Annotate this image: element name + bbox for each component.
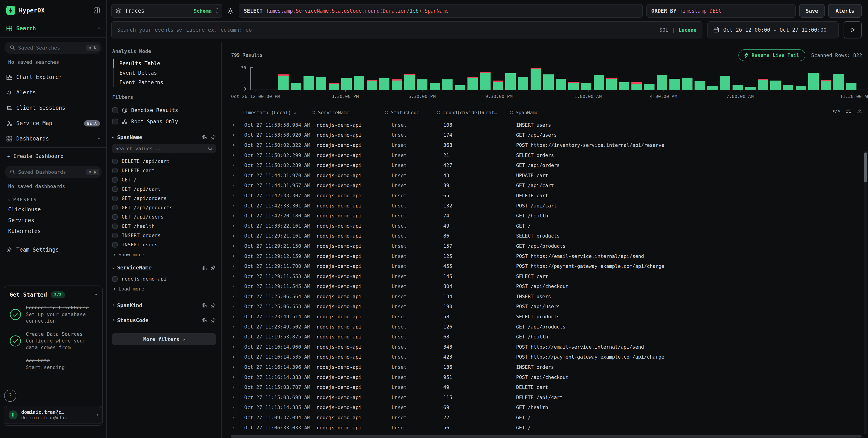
row-expand-chevron[interactable] <box>231 295 240 297</box>
row-expand-chevron[interactable] <box>231 265 240 267</box>
filter-value[interactable]: GET / <box>112 175 216 184</box>
row-expand-chevron[interactable] <box>231 407 240 408</box>
table-row[interactable]: Oct 27 11:42:33.307 AMnodejs-demo-apiUns… <box>231 191 866 201</box>
load-more-link[interactable]: Load more <box>112 284 216 292</box>
table-row[interactable]: Oct 27 11:23:49.502 AMnodejs-demo-apiUns… <box>231 322 866 332</box>
preset-clickhouse[interactable]: ClickHouse <box>0 204 106 215</box>
table-row[interactable]: Oct 27 11:29:21.161 AMnodejs-demo-apiUns… <box>231 231 866 241</box>
histogram-bar[interactable] <box>493 81 503 90</box>
source-settings-button[interactable] <box>226 7 235 14</box>
schema-link[interactable]: Schema <box>194 8 212 14</box>
checkbox[interactable] <box>112 158 118 164</box>
table-row[interactable]: Oct 27 11:06:33.033 AMnodejs-demo-apiUns… <box>231 422 866 433</box>
histogram-bar[interactable] <box>417 80 428 90</box>
table-row[interactable]: Oct 27 11:29:11.553 AMnodejs-demo-apiUns… <box>231 271 866 282</box>
checkbox[interactable] <box>112 233 118 238</box>
sidebar-item-search[interactable]: Search <box>0 21 106 36</box>
help-button[interactable]: ? <box>4 389 16 402</box>
table-row[interactable]: Oct 27 11:44:31.957 AMnodejs-demo-apiUns… <box>231 180 866 191</box>
show-more-link[interactable]: Show more <box>112 249 216 258</box>
table-row[interactable]: Oct 27 11:16:14.960 AMnodejs-demo-apiUns… <box>231 342 866 352</box>
table-row[interactable]: Oct 27 11:13:14.885 AMnodejs-demo-apiUns… <box>231 403 866 413</box>
row-expand-chevron[interactable] <box>231 346 240 348</box>
filter-value[interactable]: INSERT users <box>112 240 216 249</box>
table-row[interactable]: Oct 27 11:42:33.301 AMnodejs-demo-apiUns… <box>231 201 866 211</box>
col-spanname[interactable]: SpanName <box>510 110 866 115</box>
table-row[interactable]: Oct 27 11:29:11.545 AMnodejs-demo-apiUns… <box>231 282 866 292</box>
saved-dashboards-input[interactable]: Saved Dashboards ⌘ K <box>4 166 102 178</box>
histogram-bar[interactable] <box>770 81 781 90</box>
root-spans-toggle[interactable]: Root Spans Only <box>112 116 216 127</box>
checkbox[interactable] <box>112 276 118 282</box>
wrap-text-icon[interactable] <box>846 108 852 114</box>
filter-value[interactable]: GET /api/cart <box>112 184 216 194</box>
filter-value[interactable]: DELETE cart <box>112 166 216 175</box>
histogram-bar[interactable] <box>467 77 478 90</box>
row-expand-chevron[interactable] <box>231 366 240 368</box>
histogram-bar[interactable] <box>619 82 629 90</box>
chart-icon[interactable] <box>202 303 207 308</box>
table-row[interactable]: Oct 27 11:16:14.396 AMnodejs-demo-apiUns… <box>231 362 866 372</box>
sidebar-item-client-sessions[interactable]: Client Sessions <box>0 100 106 116</box>
filter-value[interactable]: GET /api/users <box>112 212 216 222</box>
table-row[interactable]: Oct 27 11:50:02.289 AMnodejs-demo-apiUns… <box>231 160 866 170</box>
histogram-bar[interactable] <box>644 84 654 90</box>
checkbox[interactable] <box>112 214 118 220</box>
mode-event-patterns[interactable]: Event Patterns <box>113 78 216 87</box>
row-expand-chevron[interactable] <box>231 397 240 398</box>
histogram-bar[interactable] <box>594 75 604 90</box>
row-expand-chevron[interactable] <box>231 144 240 146</box>
run-query-button[interactable] <box>844 21 862 38</box>
profile-card[interactable]: D dominic.tran@c… dominic.tran@cli… <box>4 406 103 424</box>
table-row[interactable]: Oct 27 11:16:14.383 AMnodejs-demo-apiUns… <box>231 372 866 382</box>
histogram-bar[interactable] <box>354 76 364 90</box>
download-icon[interactable] <box>857 108 863 114</box>
table-row[interactable]: Oct 27 11:29:11.700 AMnodejs-demo-apiUns… <box>231 261 866 271</box>
histogram-bar[interactable] <box>556 79 566 90</box>
row-expand-chevron[interactable] <box>231 225 240 227</box>
row-expand-chevron[interactable] <box>231 417 240 418</box>
filter-value[interactable]: DELETE /api/cart <box>112 156 216 166</box>
filter-group-spankind[interactable]: SpanKind <box>112 302 216 309</box>
table-row[interactable]: Oct 27 11:29:21.150 AMnodejs-demo-apiUns… <box>231 241 866 251</box>
pin-icon[interactable] <box>211 303 216 308</box>
chart-icon[interactable] <box>202 318 207 323</box>
table-row[interactable]: Oct 27 11:53:58.934 AMnodejs-demo-apiUns… <box>231 120 866 130</box>
row-expand-chevron[interactable] <box>231 245 240 247</box>
pin-icon[interactable] <box>211 135 216 140</box>
histogram-bar[interactable] <box>304 76 314 90</box>
table-row[interactable]: Oct 27 11:44:31.970 AMnodejs-demo-apiUns… <box>231 170 866 180</box>
filter-value[interactable]: nodejs-demo-api <box>112 274 216 284</box>
histogram-bar[interactable] <box>430 83 440 90</box>
denoise-results-toggle[interactable]: Denoise Results <box>112 105 216 116</box>
histogram-bar[interactable] <box>796 86 806 90</box>
chart-icon[interactable] <box>202 265 207 270</box>
filter-value[interactable]: GET /api/orders <box>112 194 216 203</box>
table-row[interactable]: Oct 27 11:15:03.707 AMnodejs-demo-apiUns… <box>231 382 866 392</box>
row-expand-chevron[interactable] <box>231 124 240 126</box>
sidebar-item-alerts[interactable]: Alerts <box>0 85 106 100</box>
get-started-item[interactable]: Add DataStart sending <box>9 357 97 371</box>
chart-icon[interactable] <box>202 135 207 140</box>
filter-group-statuscode[interactable]: StatusCode <box>112 317 216 323</box>
histogram-bar[interactable] <box>531 68 541 90</box>
histogram-bar[interactable] <box>846 83 857 90</box>
preset-kubernetes[interactable]: Kubernetes <box>0 226 106 237</box>
query-language-toggle[interactable]: SQL | Lucene <box>659 27 696 33</box>
histogram-bar[interactable] <box>543 75 554 90</box>
table-row[interactable]: Oct 27 11:09:37.094 AMnodejs-demo-apiUns… <box>231 412 866 422</box>
histogram-bar[interactable] <box>278 75 288 90</box>
row-expand-chevron[interactable] <box>231 235 240 237</box>
filter-group-spanname[interactable]: SpanName <box>112 135 216 140</box>
table-row[interactable]: Oct 27 11:16:14.535 AMnodejs-demo-apiUns… <box>231 352 866 362</box>
col-servicename[interactable]: ServiceName <box>312 110 385 115</box>
histogram-bar[interactable] <box>329 83 339 90</box>
histogram-bar[interactable] <box>657 75 667 90</box>
checkbox[interactable] <box>112 119 118 124</box>
sidebar-item-dashboards[interactable]: Dashboards <box>0 131 106 146</box>
histogram-bar[interactable] <box>757 79 768 90</box>
row-expand-chevron[interactable] <box>231 326 240 328</box>
pin-icon[interactable] <box>211 318 216 323</box>
alerts-button[interactable]: Alerts <box>828 4 862 18</box>
histogram-bar[interactable] <box>480 72 491 90</box>
